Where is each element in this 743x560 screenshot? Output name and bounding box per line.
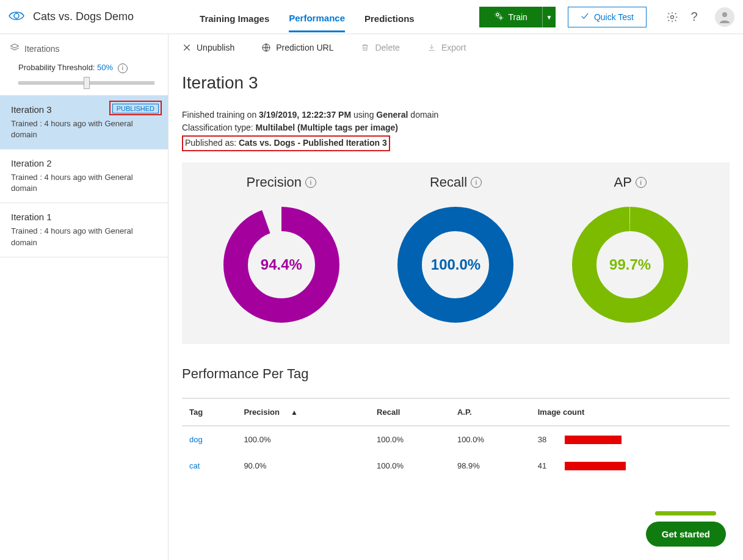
iteration-list: PUBLISHED Iteration 3 Trained : 4 hours … [0, 95, 168, 257]
iteration-title: Iteration 3 [182, 73, 730, 93]
tab-predictions[interactable]: Predictions [364, 13, 415, 31]
ap-label: AP [614, 174, 631, 190]
iteration-item-1[interactable]: Iteration 1 Trained : 4 hours ago with G… [0, 203, 168, 257]
gear-train-icon [494, 11, 504, 23]
threshold-value: 50% [97, 63, 113, 72]
svg-point-2 [499, 17, 501, 19]
iteration-meta: Trained : 4 hours ago with General domai… [11, 172, 157, 194]
svg-point-4 [722, 12, 727, 17]
delete-label: Delete [375, 43, 399, 52]
th-recall[interactable]: Recall [369, 398, 450, 426]
cell-ap: 100.0% [450, 426, 531, 453]
metrics-panel: Precisioni 94.4% Recalli 100.0% APi 99.7… [182, 162, 730, 344]
ap-metric: APi 99.7% [569, 168, 691, 326]
iteration-toolbar: Unpublish Prediction URL Delete Export [182, 34, 730, 61]
cell-count: 38 [531, 426, 730, 453]
th-tag[interactable]: Tag [182, 398, 236, 426]
nav-tabs: Training Images Performance Predictions [200, 2, 415, 32]
iteration-name: Iteration 1 [11, 212, 157, 222]
project-title: Cats vs. Dogs Demo [33, 10, 134, 23]
main-content: Unpublish Prediction URL Delete Export I… [169, 34, 743, 560]
prediction-url-button[interactable]: Prediction URL [261, 43, 333, 52]
cell-count: 41 [531, 453, 730, 479]
tag-link[interactable]: cat [182, 453, 236, 479]
gear-icon [666, 11, 678, 23]
iterations-label: Iterations [24, 44, 60, 54]
download-icon [427, 43, 437, 52]
globe-icon [261, 43, 271, 52]
precision-value: 94.4% [220, 204, 343, 326]
iteration-item-2[interactable]: Iteration 2 Trained : 4 hours ago with G… [0, 149, 168, 203]
precision-label: Precision [247, 174, 302, 190]
layers-icon [10, 43, 20, 54]
help-button[interactable]: ? [686, 9, 703, 26]
svg-point-1 [496, 13, 499, 16]
iteration-meta: Trained : 4 hours ago with General domai… [11, 118, 157, 140]
close-icon [182, 43, 192, 52]
tag-link[interactable]: dog [182, 426, 236, 453]
sort-asc-icon: ▲ [291, 408, 298, 417]
recall-label: Recall [430, 174, 467, 190]
per-tag-table: Tag Precision▲ Recall A.P. Image count d… [182, 398, 730, 479]
threshold-label: Probability Threshold: [18, 63, 97, 72]
unpublish-button[interactable]: Unpublish [182, 43, 234, 52]
train-button[interactable]: Train [479, 7, 542, 27]
prediction-url-label: Prediction URL [276, 43, 333, 52]
quick-test-label: Quick Test [594, 12, 634, 22]
check-icon [581, 12, 589, 22]
slider-thumb[interactable] [84, 77, 90, 89]
cell-ap: 98.9% [450, 453, 531, 479]
cell-precision: 100.0% [236, 426, 369, 453]
per-tag-heading: Performance Per Tag [182, 366, 730, 382]
progress-indicator [655, 511, 716, 515]
sidebar-header: Iterations [0, 34, 168, 63]
threshold-slider[interactable] [18, 77, 154, 89]
table-row: dog100.0%100.0%100.0%38 [182, 426, 730, 453]
quick-test-button[interactable]: Quick Test [568, 7, 647, 27]
tab-training-images[interactable]: Training Images [200, 13, 269, 31]
probability-threshold: Probability Threshold: 50% i [0, 63, 168, 95]
recall-metric: Recalli 100.0% [394, 168, 516, 326]
delete-button: Delete [360, 43, 399, 52]
published-line-highlight: Published as: Cats vs. Dogs - Published … [182, 135, 390, 151]
info-icon[interactable]: i [305, 177, 316, 188]
unpublish-label: Unpublish [197, 43, 234, 52]
svg-point-3 [671, 15, 674, 18]
export-label: Export [441, 43, 466, 52]
sidebar: Iterations Probability Threshold: 50% i … [0, 34, 169, 560]
app-header: Cats vs. Dogs Demo Training Images Perfo… [0, 0, 743, 34]
train-dropdown-button[interactable]: ▼ [542, 7, 556, 27]
train-button-group: Train ▼ [479, 7, 556, 27]
info-icon[interactable]: i [118, 63, 128, 73]
iteration-meta: Trained : 4 hours ago with General domai… [11, 226, 157, 248]
svg-point-0 [14, 13, 19, 18]
tab-performance[interactable]: Performance [289, 13, 345, 32]
settings-button[interactable] [664, 9, 681, 26]
trash-icon [360, 43, 370, 52]
export-button: Export [427, 43, 466, 52]
train-button-label: Train [509, 12, 527, 22]
table-row: cat90.0%100.0%98.9%41 [182, 453, 730, 479]
recall-value: 100.0% [394, 204, 516, 326]
th-ap[interactable]: A.P. [450, 398, 531, 426]
th-precision[interactable]: Precision▲ [236, 398, 369, 426]
published-badge-highlight: PUBLISHED [109, 101, 162, 115]
info-icon[interactable]: i [471, 177, 482, 188]
iteration-name: Iteration 2 [11, 158, 157, 168]
precision-metric: Precisioni 94.4% [220, 168, 343, 326]
get-started-button[interactable]: Get started [646, 522, 726, 547]
cell-recall: 100.0% [369, 453, 450, 479]
info-icon[interactable]: i [636, 177, 647, 188]
user-avatar[interactable] [715, 7, 734, 27]
cell-recall: 100.0% [369, 426, 450, 453]
get-started-widget: Get started [646, 511, 726, 547]
iteration-meta-lines: Finished training on 3/19/2019, 12:22:37… [182, 109, 730, 151]
cell-precision: 90.0% [236, 453, 369, 479]
th-count[interactable]: Image count [531, 398, 730, 426]
logo-eye-icon [9, 10, 24, 23]
ap-value: 99.7% [569, 204, 691, 326]
published-badge: PUBLISHED [112, 104, 159, 113]
iteration-item-3[interactable]: PUBLISHED Iteration 3 Trained : 4 hours … [0, 96, 168, 149]
caret-down-icon: ▼ [546, 14, 552, 21]
